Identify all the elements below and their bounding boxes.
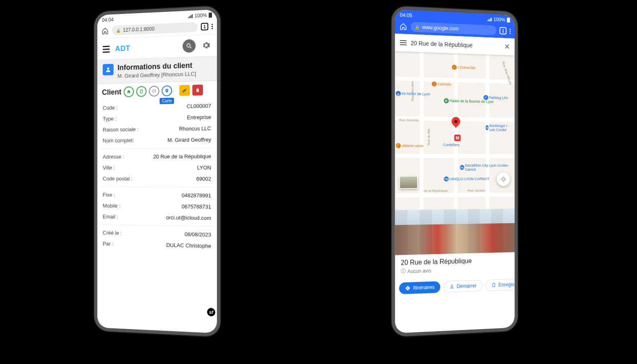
search-button[interactable] bbox=[183, 39, 196, 53]
phone-google-maps: 04:05 100% 🔒 www.google.com 1 20 Rue de … bbox=[395, 9, 515, 333]
poi-store[interactable]: 🛍UNIQLO LYON CARNOT bbox=[444, 176, 490, 181]
poi-bakery[interactable]: 🥐olaterie uaise bbox=[396, 143, 423, 149]
poi-store[interactable]: 🛍Boulanger I - Les Cordel bbox=[485, 124, 515, 132]
lock-icon: 🔒 bbox=[116, 28, 120, 32]
field-label: Email : bbox=[103, 213, 118, 220]
mail-action-icon[interactable] bbox=[149, 86, 159, 97]
browser-menu-icon[interactable] bbox=[510, 28, 511, 34]
field-value: DULAC Christophe bbox=[166, 242, 211, 250]
battery-icon bbox=[209, 13, 212, 18]
field-label: Par : bbox=[103, 240, 113, 247]
field-label: Code postal : bbox=[103, 176, 133, 182]
field-label: Type : bbox=[103, 116, 116, 122]
map-canvas[interactable]: Rue Mercière Rue Grenette de la Républiq… bbox=[395, 51, 515, 210]
streetview-thumbnail[interactable] bbox=[399, 176, 418, 189]
signal-icon bbox=[189, 14, 193, 18]
browser-menu-icon[interactable] bbox=[212, 23, 213, 29]
field-label: Raison sociale : bbox=[103, 126, 138, 133]
road-label: Rue Jussieu bbox=[468, 189, 485, 192]
field-value: CL000007 bbox=[186, 103, 211, 109]
svg-rect-2 bbox=[140, 90, 143, 93]
road-label: Rue du Bât bbox=[427, 129, 430, 145]
page-subtitle: M. Girard Geoffrey [Rhoncus LLC] bbox=[117, 71, 196, 79]
delete-button[interactable] bbox=[192, 85, 203, 96]
field-value: 0482878991 bbox=[182, 192, 211, 199]
signal-icon bbox=[488, 17, 492, 21]
start-button[interactable]: Démarrer bbox=[444, 280, 483, 293]
field-value: 20 Rue de la République bbox=[153, 153, 211, 160]
client-toolbar: Client Carte bbox=[97, 81, 217, 101]
contact-icon bbox=[103, 64, 113, 75]
save-button[interactable]: Enregist bbox=[485, 279, 514, 291]
battery-icon bbox=[507, 18, 510, 23]
app-logo[interactable]: ADT bbox=[115, 44, 130, 53]
field-value: Rhoncus LLC bbox=[179, 125, 211, 132]
client-label: Client bbox=[102, 88, 121, 97]
field-value: orci.ut@icloud.com bbox=[166, 214, 212, 221]
info-icon: ⓘ bbox=[401, 268, 406, 275]
hamburger-icon[interactable] bbox=[103, 46, 110, 53]
field-label: Ville : bbox=[103, 165, 115, 171]
page-title: Informations du client bbox=[117, 61, 196, 72]
status-time: 04:04 bbox=[102, 17, 113, 23]
field-label: Code : bbox=[103, 105, 117, 111]
poi-metro[interactable]: Cordeliers bbox=[443, 143, 460, 147]
url-bar[interactable]: 🔒 127.0.0.1:8000 bbox=[112, 22, 198, 35]
mobile-action-icon[interactable] bbox=[136, 86, 147, 97]
svg-rect-3 bbox=[152, 90, 156, 92]
status-time: 04:05 bbox=[400, 12, 412, 19]
field-label: Nom complet: bbox=[103, 137, 134, 144]
tabs-button[interactable]: 1 bbox=[201, 23, 208, 30]
road-label: de la République bbox=[424, 189, 448, 192]
field-value: LYON bbox=[197, 165, 211, 171]
client-details: Code :CL000007 Type :Entreprise Raison s… bbox=[97, 98, 217, 256]
svg-point-4 bbox=[502, 178, 505, 181]
edit-button[interactable] bbox=[179, 85, 190, 96]
home-action-icon[interactable] bbox=[124, 86, 134, 97]
poi-restaurant[interactable]: 🍴L'Entrecôte bbox=[452, 65, 475, 71]
svg-point-1 bbox=[107, 67, 109, 69]
field-label: Créé le : bbox=[103, 230, 122, 236]
metro-icon[interactable]: M bbox=[454, 135, 461, 141]
field-value: M. Girard Geoffrey bbox=[168, 137, 211, 143]
poi-restaurant[interactable]: 🍴Carmelo bbox=[432, 81, 451, 87]
symfony-badge-icon: sf bbox=[207, 308, 215, 316]
place-actions: Itinéraires Démarrer Enregist bbox=[395, 275, 515, 300]
map-tooltip: Carte bbox=[160, 98, 175, 104]
app-header: ADT bbox=[97, 34, 217, 60]
phone-client-app: 04:04 100% 🔒 127.0.0.1:8000 1 ADT bbox=[97, 9, 217, 333]
poi-store[interactable]: 🛍Decathlon City Lyon Grolée-Carnot bbox=[460, 163, 515, 172]
svg-point-0 bbox=[187, 43, 190, 47]
home-icon[interactable] bbox=[399, 22, 407, 31]
battery-percent: 100% bbox=[195, 12, 207, 19]
field-value: 0675788731 bbox=[182, 204, 211, 210]
url-text: www.google.com bbox=[422, 24, 459, 32]
battery-percent: 100% bbox=[493, 16, 505, 23]
field-label: Adresse : bbox=[103, 153, 124, 160]
tabs-button[interactable]: 1 bbox=[499, 27, 506, 34]
streetview-strip[interactable] bbox=[395, 208, 515, 255]
field-label: Fixe : bbox=[103, 192, 115, 198]
map-action-icon[interactable]: Carte bbox=[162, 85, 172, 96]
maps-query[interactable]: 20 Rue de la République bbox=[411, 40, 500, 50]
directions-button[interactable]: Itinéraires bbox=[399, 281, 440, 294]
place-card: 20 Rue de la République ⓘAucun avis bbox=[395, 252, 515, 279]
url-text: 127.0.0.1:8000 bbox=[123, 26, 154, 33]
locate-me-button[interactable] bbox=[497, 172, 510, 186]
field-value: Entreprise bbox=[187, 114, 211, 121]
url-bar[interactable]: 🔒 www.google.com bbox=[411, 22, 497, 35]
field-label: Mobile : bbox=[103, 203, 120, 209]
reviews-text: Aucun avis bbox=[407, 268, 431, 274]
field-value: 69002 bbox=[196, 176, 211, 182]
home-icon[interactable] bbox=[101, 27, 109, 35]
lock-icon: 🔒 bbox=[415, 25, 420, 30]
road-label: Rue Grenette bbox=[399, 118, 419, 122]
poi-parking[interactable]: PParking LPA bbox=[483, 95, 508, 101]
poi-landmark[interactable]: ⛪int-Nizier de Lyon bbox=[396, 91, 430, 96]
clear-icon[interactable]: ✕ bbox=[504, 42, 510, 51]
maps-menu-icon[interactable] bbox=[400, 40, 407, 46]
field-value: 08/08/2023 bbox=[184, 231, 211, 238]
settings-icon[interactable] bbox=[201, 40, 211, 50]
page-title-block: Informations du client M. Girard Geoffre… bbox=[97, 56, 217, 84]
